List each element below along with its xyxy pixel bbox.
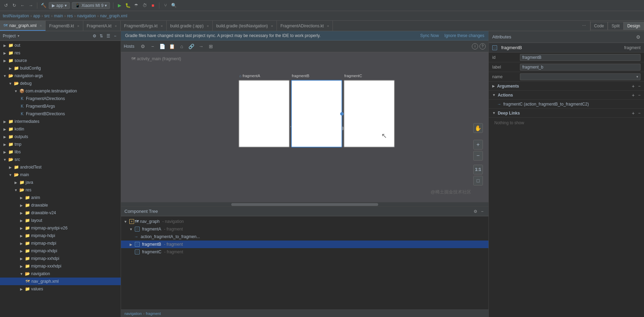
breadcrumb-item-5[interactable]: navigation [77, 13, 96, 18]
breadcrumb-item-2[interactable]: src [44, 13, 50, 18]
ct-item-fraga[interactable]: ▼ □ fragmentA - fragment [121, 225, 488, 233]
section-actions-plus[interactable]: + [632, 92, 635, 98]
sync-now-button[interactable]: Sync Now [420, 33, 439, 38]
fragment-node-c[interactable]: fragmentC ↖ [344, 80, 395, 147]
mode-design[interactable]: Design [624, 22, 644, 30]
tree-item-navgraph[interactable]: 🗺 nav_graph.xml [0, 278, 121, 285]
tab-buildgradle-nav-close[interactable]: × [271, 24, 273, 28]
git-icon[interactable]: ⑂ [162, 2, 169, 9]
section-arguments[interactable]: ▶ Arguments + − [489, 82, 644, 91]
attr-value-label[interactable]: fragment_b [520, 64, 641, 71]
tree-item-fragbargs[interactable]: K FragmentBArgs [0, 102, 121, 110]
debug-icon[interactable]: 🐛 [125, 2, 131, 9]
tree-item-fragadirections[interactable]: K FragmentADirections [0, 95, 121, 102]
tree-item-java[interactable]: ▶ 📁 java [0, 179, 121, 186]
search-icon[interactable]: 🔍 [171, 2, 177, 9]
tree-item-src[interactable]: ▼ 📂 src [0, 156, 121, 163]
tree-item-mipmap-xhdpi[interactable]: ▶ 📁 mipmap-xhdpi [0, 247, 121, 255]
nav-bottom-item-nav[interactable]: navigation [124, 311, 142, 316]
nav-arrow-icon[interactable]: → [197, 43, 205, 50]
breadcrumb-item-0[interactable]: testNavigation [3, 13, 29, 18]
section-deeplinks-minus[interactable]: − [638, 111, 641, 116]
tree-item-debug[interactable]: ▼ 📂 debug [0, 80, 121, 87]
tab-fragmenta[interactable]: FragmentA.kt × [83, 21, 121, 31]
fit-screen-button[interactable]: □ [473, 176, 483, 185]
tab-buildgradle-nav[interactable]: build.gradle (testNavigation) × [213, 21, 277, 31]
fit-button[interactable]: 1:1 [473, 165, 483, 174]
nav-minus-icon[interactable]: − [149, 43, 157, 50]
breadcrumb-item-3[interactable]: main [54, 13, 63, 18]
breadcrumb-item-6[interactable]: nav_graph.xml [100, 13, 127, 18]
tab-overflow[interactable]: ⋯ [582, 24, 586, 28]
tab-fragmentb[interactable]: FragmentB.kt × [46, 21, 83, 31]
tree-item-mipmap-xxxhdpi[interactable]: ▶ 📁 mipmap-xxxhdpi [0, 262, 121, 270]
nav-bottom-item-frag[interactable]: fragment [146, 311, 161, 316]
ct-item-fragc[interactable]: ▶ □ fragmentC - fragment [121, 248, 488, 256]
breadcrumb-item-4[interactable]: res [67, 13, 73, 18]
section-arguments-plus[interactable]: + [632, 83, 635, 89]
tree-item-mipmap-xxhdpi[interactable]: ▶ 📁 mipmap-xxhdpi [0, 255, 121, 262]
project-dropdown-icon[interactable]: ▾ [18, 34, 19, 38]
tree-item-layout[interactable]: ▶ 📁 layout [0, 217, 121, 224]
tree-item-res[interactable]: ▶ 📁 res [0, 49, 121, 57]
sidebar-minimize-icon[interactable]: − [112, 33, 118, 39]
build-icon[interactable]: 🔨 [40, 2, 47, 9]
tree-item-navigation[interactable]: ▼ 📂 navigation [0, 270, 121, 278]
ct-item-navgraph[interactable]: ▼ ≡ 🗺 nav_graph - navigation [121, 218, 488, 225]
canvas-scrollbar[interactable] [121, 202, 488, 206]
info-icon-i[interactable]: i [472, 43, 478, 49]
tree-item-tmp[interactable]: ▶ 📁 tmp [0, 141, 121, 148]
nav-canvas[interactable]: 🗺 activity_main (fragment) [121, 52, 488, 202]
ct-item-fragb[interactable]: ▶ □ fragmentB - fragment [121, 241, 488, 248]
tree-item-buildconfig[interactable]: ▶ 📁 buildConfig [0, 64, 121, 72]
device-selector[interactable]: 📱 Xiaomi MI 9 ▾ [72, 2, 110, 9]
tree-item-outputs[interactable]: ▶ 📁 outputs [0, 133, 121, 141]
tab-buildgradle-app-close[interactable]: × [207, 24, 209, 28]
fragment-node-a[interactable]: ⌂ fragmentA [239, 80, 290, 147]
tree-item-mipmap-mdpi[interactable]: ▶ 📁 mipmap-mdpi [0, 239, 121, 247]
ignore-button[interactable]: Ignore these changes [445, 33, 484, 38]
app-selector[interactable]: ▶ app ▾ [49, 2, 70, 9]
tree-item-mipmap-hdpi[interactable]: ▶ 📁 mipmap-hdpi [0, 232, 121, 239]
run-icon[interactable]: ▶ [116, 2, 123, 9]
tree-item-anim[interactable]: ▶ 📁 anim [0, 194, 121, 201]
nav-expand-icon[interactable]: ⊞ [207, 43, 215, 50]
tab-fragmenta-close[interactable]: × [115, 24, 117, 28]
tree-item-package[interactable]: ▼ 📦 com.example.testnavigation [0, 87, 121, 95]
sidebar-settings-icon[interactable]: ☰ [105, 33, 111, 39]
tree-item-kotlin[interactable]: ▶ 📁 kotlin [0, 125, 121, 133]
section-arguments-minus[interactable]: − [638, 84, 641, 89]
sidebar-gear-icon[interactable]: ⚙ [92, 33, 97, 39]
tree-item-libs[interactable]: ▶ 📁 libs [0, 148, 121, 156]
tab-buildgradle-app[interactable]: build.gradle (:app) × [167, 21, 213, 31]
tree-item-source[interactable]: ▶ 📁 source [0, 57, 121, 64]
nav-settings-icon[interactable]: ⚙ [139, 43, 147, 50]
mode-code[interactable]: Code [590, 22, 608, 30]
attr-value-id[interactable]: fragmentB [520, 54, 641, 61]
tree-item-intermediates[interactable]: ▶ 📁 intermediates [0, 118, 121, 125]
undo-icon[interactable]: ↺ [3, 2, 9, 9]
attr-gear-icon[interactable]: ⚙ [636, 34, 641, 40]
section-deeplinks[interactable]: ▼ Deep Links + − [489, 109, 644, 118]
tree-item-mipmap-any[interactable]: ▶ 📁 mipmap-anydpi-v26 [0, 224, 121, 232]
nav-add-destination-icon[interactable]: 📋 [168, 43, 176, 50]
fragment-b-conn-dot[interactable] [340, 112, 344, 116]
back-icon[interactable]: ← [19, 2, 26, 9]
zoom-in-button[interactable]: + [473, 140, 483, 150]
stop-icon[interactable]: ■ [150, 2, 156, 9]
action-item-fragc[interactable]: → fragmentC (action_fragmentB_to_fragmen… [489, 100, 644, 109]
nav-link-icon[interactable]: 🔗 [188, 43, 195, 50]
nav-add-fragment-icon[interactable]: 📄 [159, 43, 166, 50]
tab-nav-graph[interactable]: 🗺 nav_graph.xml × [0, 21, 46, 31]
forward-icon[interactable]: → [28, 2, 34, 9]
ct-gear-icon[interactable]: ⚙ [473, 209, 478, 214]
ct-minimize-icon[interactable]: − [479, 209, 485, 214]
section-actions[interactable]: ▼ Actions + − [489, 91, 644, 100]
profile-icon[interactable]: ⏱ [141, 2, 148, 9]
tab-fragmentadirections-close[interactable]: × [327, 24, 329, 28]
zoom-out-button[interactable]: − [473, 151, 483, 161]
tab-fragmentb-close[interactable]: × [77, 24, 79, 28]
tree-item-res2[interactable]: ▼ 📂 res [0, 186, 121, 194]
fragment-node-b[interactable]: fragmentB [291, 80, 342, 147]
tab-nav-close[interactable]: × [40, 24, 42, 28]
